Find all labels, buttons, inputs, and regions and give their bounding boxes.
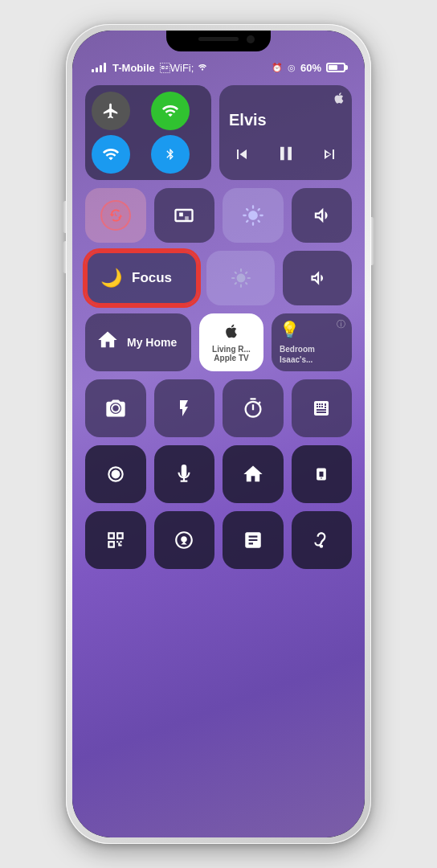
battery-icon xyxy=(326,63,345,72)
icon-row-2 xyxy=(85,445,352,503)
focus-button[interactable]: 🌙 Focus xyxy=(85,251,198,305)
rotation-lock-button[interactable] xyxy=(85,188,146,243)
bedroom-bulb-icon: 💡 xyxy=(280,320,300,339)
screen-record-button[interactable] xyxy=(85,445,146,503)
top-row: Elvis xyxy=(85,85,352,180)
front-camera xyxy=(247,35,255,43)
play-pause-button[interactable] xyxy=(275,142,297,170)
last-row xyxy=(85,511,352,569)
home-row: My Home Living R... Apple TV ⓘ 💡 xyxy=(85,313,352,371)
carrier-label: T-Mobile xyxy=(112,62,155,74)
volume-widget[interactable] xyxy=(292,188,353,243)
bedroom-info-icon: ⓘ xyxy=(337,318,345,330)
calculator-button[interactable] xyxy=(292,379,353,437)
media-title-label: Elvis xyxy=(229,111,342,129)
screen: T-Mobile WiFi; ⏰ ◎ 60% xyxy=(72,31,365,837)
status-bar: T-Mobile WiFi; ⏰ ◎ 60% xyxy=(72,56,365,79)
skip-forward-button[interactable] xyxy=(320,145,339,169)
signal-bar-3 xyxy=(100,65,102,72)
signal-bars-icon xyxy=(92,63,106,72)
control-center: Elvis xyxy=(85,85,352,825)
status-left: T-Mobile WiFi; xyxy=(92,62,208,74)
brightness-slider-widget[interactable] xyxy=(206,251,276,305)
speaker xyxy=(198,37,239,41)
wifi-toggle-button[interactable] xyxy=(92,135,130,174)
signal-bar-4 xyxy=(104,63,106,72)
phone-frame: T-Mobile WiFi; ⏰ ◎ 60% xyxy=(66,24,371,844)
focus-moon-icon: 🌙 xyxy=(100,268,122,289)
voice-memos-button[interactable] xyxy=(154,445,215,503)
svg-point-3 xyxy=(111,470,120,479)
svg-rect-1 xyxy=(185,216,189,220)
volume-slider-widget[interactable] xyxy=(283,251,352,305)
volume-down-button[interactable] xyxy=(63,241,66,273)
cellular-button[interactable] xyxy=(151,92,190,130)
status-right: ⏰ ◎ 60% xyxy=(272,62,345,74)
bedroom-label: Bedroom Isaac's... xyxy=(280,344,315,365)
svg-point-0 xyxy=(202,68,203,70)
bluetooth-button[interactable] xyxy=(151,135,190,174)
volume-up-button[interactable] xyxy=(63,201,66,233)
timer-button[interactable] xyxy=(223,379,284,437)
second-row xyxy=(85,188,352,243)
icon-row-1 xyxy=(85,379,352,437)
apple-tv-sublabel: Living R... Apple TV xyxy=(212,345,251,362)
my-home-button[interactable]: My Home xyxy=(85,313,191,371)
notch xyxy=(166,31,271,51)
qr-scanner-button[interactable] xyxy=(85,511,146,569)
camera-button[interactable] xyxy=(85,379,146,437)
media-widget[interactable]: Elvis xyxy=(219,85,352,180)
shazam-button[interactable] xyxy=(154,511,215,569)
power-button[interactable] xyxy=(371,217,374,265)
battery-fill xyxy=(329,65,337,70)
hearing-button[interactable] xyxy=(292,511,353,569)
media-controls xyxy=(229,142,342,170)
skip-back-button[interactable] xyxy=(232,145,251,169)
apple-tv-icon xyxy=(333,92,345,107)
wifi-icon: WiFi; xyxy=(160,62,208,74)
apple-tv-room-label: Living R... xyxy=(212,345,251,354)
screen-mirror-button[interactable] xyxy=(154,188,215,243)
phone-inner: T-Mobile WiFi; ⏰ ◎ 60% xyxy=(72,31,365,837)
apple-tv-button[interactable]: Living R... Apple TV xyxy=(199,313,263,371)
apple-tv-device-label: Apple TV xyxy=(212,354,251,362)
remote-button[interactable] xyxy=(292,445,353,503)
signal-bar-2 xyxy=(96,68,98,72)
alarm-icon: ⏰ xyxy=(272,63,283,73)
home-button-2[interactable] xyxy=(223,445,284,503)
apple-tv-logo-icon xyxy=(223,323,239,343)
bedroom-button[interactable]: ⓘ 💡 Bedroom Isaac's... xyxy=(272,313,352,371)
location-icon: ◎ xyxy=(288,63,296,73)
flashlight-button[interactable] xyxy=(154,379,215,437)
focus-row: 🌙 Focus xyxy=(85,251,352,305)
focus-label: Focus xyxy=(132,270,172,286)
brightness-widget[interactable] xyxy=(223,188,284,243)
rotation-lock-icon xyxy=(100,200,131,231)
airplane-mode-button[interactable] xyxy=(92,92,130,130)
signal-bar-1 xyxy=(92,69,94,72)
my-home-label: My Home xyxy=(127,336,177,349)
battery-percent-label: 60% xyxy=(300,62,321,74)
notes-button[interactable] xyxy=(223,511,284,569)
connectivity-widget[interactable] xyxy=(85,85,211,180)
home-icon xyxy=(96,329,119,356)
